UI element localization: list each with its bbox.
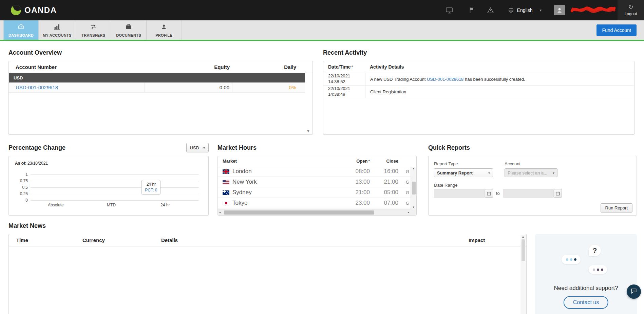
japan-flag-icon [223, 201, 229, 205]
date-to-input[interactable] [503, 189, 554, 198]
power-icon [628, 4, 633, 11]
x-label: MTD [107, 203, 116, 207]
recent-activity-header: Date/Time▴ Activity Details [323, 61, 634, 73]
scroll-up-icon[interactable]: ▲ [522, 236, 525, 238]
fund-account-button[interactable]: Fund Account [596, 24, 637, 36]
transfer-arrows-icon [90, 23, 97, 32]
language-label: English [517, 7, 533, 13]
activity-details: Client Registration [365, 86, 634, 98]
col-account-number: Account Number [9, 64, 145, 70]
recent-activity-panel: Date/Time▴ Activity Details 22/10/2021 1… [323, 61, 634, 135]
report-type-label: Report Type [434, 161, 458, 166]
chat-fab-button[interactable] [627, 284, 641, 299]
col-daily: Daily [232, 64, 305, 70]
y-tick: 1 [25, 172, 28, 177]
tab-my-accounts[interactable]: MY ACCOUNTS [39, 20, 76, 40]
market-row: Tokyo 23:00 07:00 G [218, 198, 411, 208]
chat-dots-bubble-icon [562, 255, 581, 264]
calendar-icon[interactable] [554, 189, 562, 198]
contact-us-button[interactable]: Contact us [564, 296, 608, 309]
platform-monitor-icon[interactable] [445, 6, 453, 14]
tab-label: TRANSFERS [81, 33, 105, 37]
date-from-input[interactable] [434, 189, 485, 198]
vertical-scrollbar[interactable]: ▲ [520, 235, 526, 314]
percentage-change-title: Percentage Change [8, 144, 65, 151]
daily-value: 0% [232, 82, 305, 92]
flag-icon[interactable] [468, 6, 476, 14]
account-overview-header: Account Number Equity Daily [9, 61, 312, 73]
globe-icon [508, 7, 514, 13]
tab-transfers[interactable]: TRANSFERS [76, 20, 111, 40]
market-row: Sydney 21:00 05:00 G [218, 187, 411, 198]
account-number-link[interactable]: USD-001-0029618 [427, 77, 463, 82]
market-hours-header: Market Open▴ Close [218, 156, 416, 166]
scroll-up-icon[interactable]: ▲ [412, 167, 415, 170]
account-row[interactable]: USD-001-0029618 0.00 0% [9, 82, 305, 93]
scroll-down-icon[interactable]: ▼ [412, 206, 415, 209]
chevron-down-icon: ▾ [488, 171, 490, 175]
market-news-title: Market News [8, 222, 527, 230]
logout-button[interactable]: Logout [618, 0, 644, 20]
calendar-icon[interactable] [485, 189, 493, 198]
y-tick: 0 [25, 198, 28, 203]
tab-label: PROFILE [155, 33, 172, 37]
chevron-down-icon: ▾ [203, 146, 205, 150]
person-icon [160, 23, 168, 32]
oanda-logo-icon [11, 5, 21, 15]
tab-profile[interactable]: PROFILE [147, 20, 182, 40]
oanda-brand[interactable]: OANDA [0, 5, 57, 15]
market-news-panel: Time Currency Details Impact ▲ [8, 234, 527, 314]
y-tick: 0.5 [22, 185, 28, 190]
as-of-label: As of:23/10/2021 [15, 161, 202, 166]
account-select[interactable]: Please select an a... ▾ [505, 168, 557, 177]
scrollbar-thumb[interactable] [412, 182, 416, 195]
market-row: New York 13:00 21:00 G [218, 177, 411, 187]
topbar: OANDA English ▾ Logout [0, 0, 644, 20]
warning-icon[interactable] [487, 6, 494, 14]
activity-datetime: 22/10/2021 14:38:49 [323, 86, 365, 98]
chat-bubble-icon [630, 288, 637, 296]
to-label: to [496, 191, 500, 196]
account-number-link[interactable]: USD-001-0029618 [16, 85, 58, 90]
scrollbar-thumb[interactable] [224, 210, 374, 215]
col-close[interactable]: Close [370, 159, 398, 164]
scrollbar-thumb[interactable] [522, 239, 525, 261]
account-overview-title: Account Overview [8, 49, 313, 57]
activity-row: 22/10/2021 14:38:52 A new USD Trading Ac… [323, 73, 634, 86]
scroll-left-icon[interactable]: ◂ [219, 211, 221, 214]
chat-dots-bubble-icon [589, 265, 607, 274]
y-tick: 0.75 [20, 179, 28, 183]
recent-activity-title: Recent Activity [323, 49, 634, 57]
activity-details: A new USD Trading Account USD-001-002961… [365, 73, 634, 85]
market-hours-panel: Market Open▴ Close London 08:00 16:00 G … [217, 156, 417, 216]
australia-flag-icon [223, 190, 229, 195]
brand-name: OANDA [24, 5, 57, 15]
tab-label: DOCUMENTS [116, 33, 141, 37]
vertical-scrollbar[interactable]: ▲ ▼ [411, 167, 416, 209]
tab-dashboard[interactable]: DASHBOARD [3, 20, 39, 40]
currency-select[interactable]: USD ▾ [186, 143, 209, 152]
logout-label: Logout [625, 12, 637, 16]
col-activity-details: Activity Details [365, 64, 634, 70]
language-selector[interactable]: English ▾ [508, 7, 542, 13]
scroll-right-icon[interactable]: ▸ [408, 211, 409, 214]
account-overview-panel: Account Number Equity Daily USD USD-001-… [8, 61, 313, 135]
topbar-right: English ▾ Logout [445, 0, 644, 20]
report-type-select[interactable]: Summary Report ▾ [434, 168, 493, 177]
horizontal-scrollbar[interactable]: ◂ ▸ [218, 209, 411, 215]
support-widget: ? Need additional support? Contact us [535, 234, 637, 314]
col-open[interactable]: Open▴ [336, 159, 370, 164]
col-market: Market [218, 159, 336, 164]
run-report-button[interactable]: Run Report [601, 203, 632, 213]
dashboard-icon [17, 23, 25, 32]
scroll-down-icon[interactable]: ▼ [306, 129, 310, 133]
tab-documents[interactable]: DOCUMENTS [111, 20, 147, 40]
col-datetime[interactable]: Date/Time▴ [323, 64, 365, 70]
avatar[interactable] [554, 5, 565, 15]
percentage-change-panel: As of:23/10/2021 1 0.75 0.5 0.25 0 Absol… [8, 156, 209, 216]
col-time: Time [9, 237, 82, 243]
account-label: Account [505, 161, 520, 166]
equity-value: 0.00 [145, 82, 232, 92]
quick-reports-panel: Report Type Summary Report ▾ Account Ple… [428, 156, 637, 216]
tab-label: DASHBOARD [8, 33, 34, 37]
